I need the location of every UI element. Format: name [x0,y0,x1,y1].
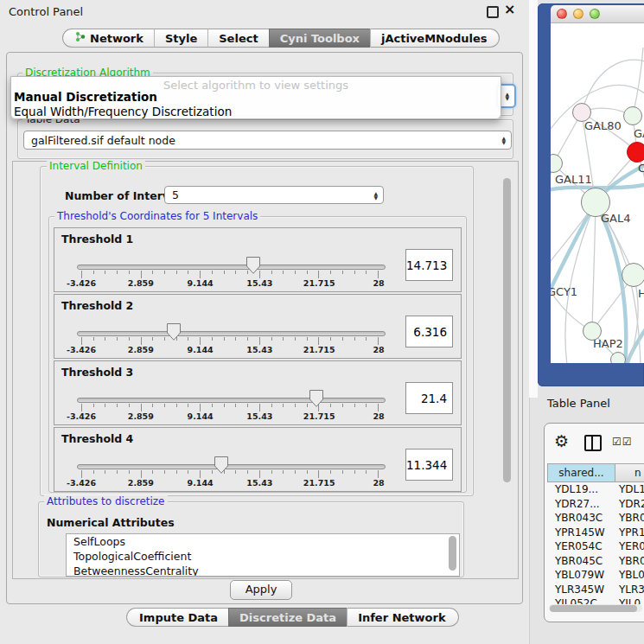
apply-button[interactable]: Apply [230,580,292,600]
network-node-label: C [638,162,644,175]
tab-discretize-data[interactable]: Discretize Data [228,608,347,627]
tick-mark [212,337,213,341]
tick-mark [259,404,260,411]
table-cell[interactable]: YIL0 [615,596,641,604]
minimize-traffic-light-icon[interactable] [573,9,583,19]
threshold-value-field[interactable]: 11.344 [405,449,453,481]
tab-infer-network[interactable]: Infer Network [347,608,458,627]
threshold-value-field[interactable]: 14.713 [405,249,453,281]
tab-impute-data[interactable]: Impute Data [126,608,228,627]
slider-track[interactable] [77,265,386,270]
tab-cyni-toolbox[interactable]: Cyni Toolbox [269,29,370,48]
num-intervals-combo[interactable]: 5 ▲▼ [164,186,384,204]
algorithm-option[interactable]: Equal Width/Frequency Discretization [14,105,232,118]
tick-mark [105,271,105,274]
table-cell[interactable]: YLR345W [547,583,615,597]
tab-style[interactable]: Style [154,29,207,48]
slider-thumb[interactable] [309,390,323,407]
tab-label: Cyni Toolbox [280,32,360,45]
list-item[interactable]: SelfLoops [67,534,459,549]
list-item[interactable]: BetweennessCentrality [67,564,459,577]
tick-mark [188,470,188,474]
close-traffic-light-icon[interactable] [557,9,567,19]
slider-thumb[interactable] [167,323,181,341]
table-cell[interactable]: YBL079W [547,568,615,583]
table-cell[interactable]: YDL19... [547,482,615,497]
tick-mark [176,271,177,274]
tick-mark [271,404,272,407]
tab-select[interactable]: Select [207,29,268,48]
columns-icon[interactable] [584,435,602,451]
attributes-list-scrollbar[interactable] [449,536,456,571]
list-item[interactable]: TopologicalCoefficient [67,549,459,564]
zoom-traffic-light-icon[interactable] [590,9,600,19]
slider-ticks [81,404,379,411]
numerical-attributes-label: Numerical Attributes [47,516,175,529]
table-data-combo[interactable]: galFiltered.sif default node ▲▼ [23,131,512,150]
network-node-c[interactable] [627,142,644,163]
table-row[interactable]: YLR345WYLR3 [547,583,644,597]
table-cell[interactable]: YDR27... [547,497,615,512]
algorithm-option[interactable]: Manual Discretization [14,90,157,104]
vertical-scrollbar[interactable] [503,178,511,482]
network-node-h[interactable] [622,263,644,287]
table-horizontal-scrollbar[interactable] [549,604,642,612]
threshold-value-field[interactable]: 21.4 [405,382,453,414]
table-row[interactable]: YPR145WYPR1 [547,526,644,540]
tick-mark [271,271,272,274]
slider-thumb[interactable] [214,456,228,474]
slider-track[interactable] [77,331,386,336]
table-cell[interactable]: YBL0 [615,568,644,583]
tab-network[interactable]: Network [62,29,154,48]
network-canvas[interactable]: GAL80GACGAL11GAL4GCY1HHAP2 [551,23,644,363]
tick-mark [318,271,319,278]
tab-label: Impute Data [139,611,218,624]
tick-mark [212,404,213,407]
table-cell[interactable]: YPR145W [547,526,615,540]
table-cell[interactable]: YDL1 [615,482,644,497]
network-window-titlebar[interactable] [551,5,644,23]
table-row[interactable]: YBR045CYBR0 [547,554,644,569]
tick-label: 28 [373,278,384,288]
table-cell[interactable]: YER054C [547,539,615,554]
table-row[interactable]: YIL052CYIL0 [547,596,644,604]
table-cell[interactable]: YIL052C [547,596,615,604]
table-cell[interactable]: YBR0 [615,511,644,526]
table-row[interactable]: YDL19...YDL1 [547,482,644,497]
threshold-value-field[interactable]: 6.316 [405,316,453,348]
slider-track[interactable] [77,464,386,469]
tab-jactivemnodules[interactable]: jActiveMNodules [370,29,501,48]
network-node[interactable] [610,352,626,363]
table-row[interactable]: YBR043CYBR0 [547,511,644,526]
app: Control Panel × NetworkStyleSelectCyni T… [0,0,644,644]
threshold-label: Threshold 2 [61,299,133,312]
tick-label: 15.43 [246,278,272,288]
slider-ticks [81,337,379,345]
slider-track[interactable] [77,398,386,403]
tick-mark [330,404,331,407]
table-row[interactable]: YBL079WYBL0 [547,568,644,583]
tick-mark [81,337,82,345]
table-row[interactable]: YDR27...YDR2 [547,497,644,512]
float-icon[interactable] [487,6,499,18]
column-header[interactable]: n [615,463,644,482]
table-cell[interactable]: YBR043C [547,511,615,526]
slider-thumb[interactable] [246,257,260,274]
close-icon[interactable]: × [504,1,515,17]
column-header[interactable]: shared... [547,463,615,482]
tick-label: 9.144 [188,345,214,354]
table-cell[interactable]: YDR2 [615,497,644,512]
tick-mark [366,470,367,474]
gear-icon[interactable]: ⚙ [554,431,569,450]
table-cell[interactable]: YER0 [615,539,644,554]
network-node-ga[interactable] [623,106,642,125]
show-columns-checkboxes-icon[interactable]: ☑☑ [612,436,633,448]
table-cell[interactable]: YBR0 [615,554,644,569]
table-cell[interactable]: YBR045C [547,554,615,569]
tick-mark [117,470,118,474]
table-row[interactable]: YER054CYER0 [547,539,644,554]
table-cell[interactable]: YLR3 [615,583,644,597]
tick-label: 2.859 [128,345,154,354]
table-cell[interactable]: YPR1 [615,526,644,540]
scrollbar-thumb[interactable] [550,605,637,612]
